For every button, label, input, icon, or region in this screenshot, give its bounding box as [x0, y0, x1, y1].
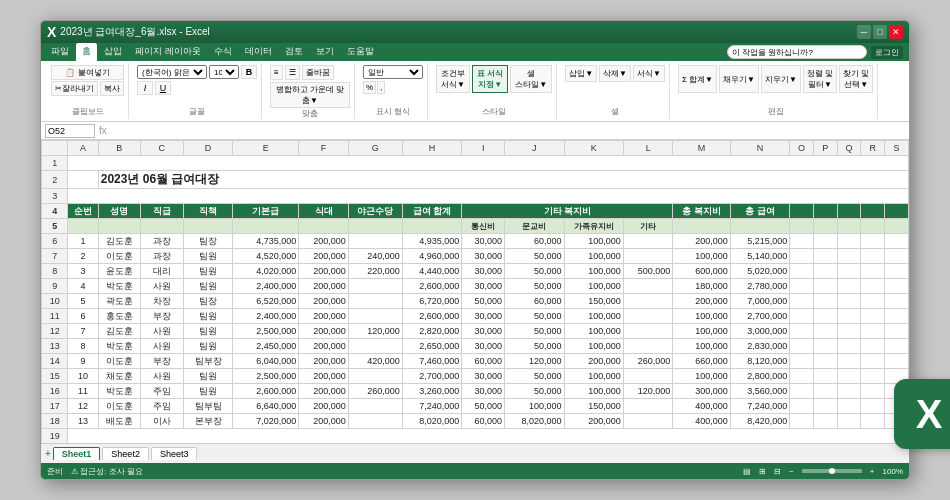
view-layout-icon[interactable]: ⊞ — [759, 467, 766, 476]
col-j: J — [505, 141, 564, 156]
number-format-select[interactable]: 일반 — [363, 65, 423, 79]
col-header-meal: 식대 — [299, 204, 349, 219]
zoom-in-button[interactable]: + — [870, 467, 875, 476]
col-header-welfare-sub: 기타 복지비 — [462, 204, 673, 219]
tab-home[interactable]: 홈 — [76, 43, 97, 61]
zoom-out-button[interactable]: − — [789, 467, 794, 476]
font-label: 글꼴 — [189, 106, 205, 117]
col-header-base: 기본급 — [233, 204, 299, 219]
empty-3[interactable] — [68, 189, 909, 204]
add-sheet-button[interactable]: + — [45, 448, 51, 459]
col-i: I — [462, 141, 505, 156]
sub-empty-15[interactable] — [885, 219, 909, 234]
sub-empty-6[interactable] — [299, 219, 349, 234]
sort-filter-button[interactable]: 정렬 및필터▼ — [803, 65, 837, 93]
font-family-select[interactable]: (한국어) 맑은 고딕 — [137, 65, 207, 79]
sub-empty-12[interactable] — [813, 219, 837, 234]
paste-button[interactable]: 📋 붙여넣기 — [51, 65, 124, 80]
percent-button[interactable]: % — [363, 81, 376, 94]
underline-button[interactable]: U — [155, 81, 171, 95]
col-header-total-pay: 급여 합계 — [402, 204, 461, 219]
sheet-tab-2[interactable]: Sheet2 — [102, 447, 149, 460]
sub-empty-3[interactable] — [140, 219, 183, 234]
sub-empty-1[interactable] — [68, 219, 98, 234]
name-box[interactable]: O52 — [45, 124, 95, 138]
close-button[interactable]: ✕ — [889, 25, 903, 39]
ribbon-group-clipboard: 📋 붙여넣기 ✂잘라내기 복사 클립보드 — [47, 63, 129, 119]
align-left-button[interactable]: ≡ — [270, 65, 283, 80]
cells-label: 셀 — [611, 106, 619, 117]
merge-button[interactable]: 병합하고 가운데 맞춤▼ — [270, 82, 350, 108]
table-row: 14 9 이도훈 부장 팀부장 6,040,000 200,000 420,00… — [42, 354, 909, 369]
tab-view[interactable]: 보기 — [310, 43, 340, 61]
format-button[interactable]: 서식▼ — [633, 65, 665, 82]
sub-empty-14[interactable] — [861, 219, 885, 234]
alignment-label: 맞춤 — [302, 108, 318, 119]
sub-empty-4[interactable] — [183, 219, 233, 234]
cut-button[interactable]: ✂잘라내기 — [51, 81, 98, 96]
formula-input[interactable] — [111, 126, 905, 136]
insert-button[interactable]: 삽입▼ — [565, 65, 597, 82]
sub-empty-13[interactable] — [837, 219, 861, 234]
tab-review[interactable]: 검토 — [279, 43, 309, 61]
wrap-text-button[interactable]: 줄바꿈 — [302, 65, 334, 80]
col-m: M — [673, 141, 730, 156]
sub-col-culture: 문교비 — [505, 219, 564, 234]
bold-button[interactable]: B — [241, 65, 257, 79]
find-button[interactable]: 찾기 및선택▼ — [839, 65, 873, 93]
empty-header-1[interactable] — [790, 204, 814, 219]
tab-page-layout[interactable]: 페이지 레이아웃 — [129, 43, 207, 61]
table-format-button[interactable]: 표 서식지정▼ — [472, 65, 508, 93]
col-header-pos: 직책 — [183, 204, 233, 219]
clear-button[interactable]: 지우기▼ — [761, 65, 801, 93]
empty-1[interactable] — [68, 156, 909, 171]
sheet-tab-3[interactable]: Sheet3 — [151, 447, 198, 460]
empty-header-5[interactable] — [885, 204, 909, 219]
table-row: 6 1 김도훈 과장 팀장 4,735,000 200,000 4,935,00… — [42, 234, 909, 249]
cell-a2[interactable] — [68, 171, 98, 189]
italic-button[interactable]: I — [137, 81, 153, 95]
tab-file[interactable]: 파일 — [45, 43, 75, 61]
login-button[interactable]: 로그인 — [871, 46, 903, 59]
row-2: 2 2023년 06월 급여대장 — [42, 171, 909, 189]
copy-button[interactable]: 복사 — [100, 81, 124, 96]
minimize-button[interactable]: ─ — [857, 25, 871, 39]
tab-help[interactable]: 도움말 — [341, 43, 380, 61]
empty-header-2[interactable] — [813, 204, 837, 219]
ribbon-tabs: 파일 홈 삽입 페이지 레이아웃 수식 데이터 검토 보기 도움말 로그인 — [41, 43, 909, 61]
tab-formula[interactable]: 수식 — [208, 43, 238, 61]
empty-header-3[interactable] — [837, 204, 861, 219]
fill-button[interactable]: 채우기▼ — [719, 65, 759, 93]
conditional-format-button[interactable]: 조건부서식▼ — [436, 65, 470, 93]
sub-empty-5[interactable] — [233, 219, 299, 234]
tab-insert[interactable]: 삽입 — [98, 43, 128, 61]
number-label: 표시 형식 — [376, 106, 410, 117]
empty-header-4[interactable] — [861, 204, 885, 219]
sub-empty-11[interactable] — [790, 219, 814, 234]
zoom-handle[interactable] — [829, 468, 835, 474]
delete-button[interactable]: 삭제▼ — [599, 65, 631, 82]
align-center-button[interactable]: ☰ — [285, 65, 300, 80]
sheet-tab-1[interactable]: Sheet1 — [53, 447, 101, 460]
table-row: 16 11 박도훈 주임 팀원 2,600,000 200,000 260,00… — [42, 384, 909, 399]
view-normal-icon[interactable]: ▤ — [743, 467, 751, 476]
excel-window: X 2023년 급여대장_6월.xlsx - Excel ─ □ ✕ 파일 홈 … — [40, 20, 910, 480]
col-h: H — [402, 141, 461, 156]
sub-empty-10[interactable] — [730, 219, 789, 234]
sheet-content[interactable]: A B C D E F G H I J K L M N O — [41, 140, 909, 443]
maximize-button[interactable]: □ — [873, 25, 887, 39]
view-page-icon[interactable]: ⊟ — [774, 467, 781, 476]
search-input[interactable] — [727, 45, 867, 59]
clipboard-label: 클립보드 — [72, 106, 104, 117]
comma-button[interactable]: , — [377, 81, 385, 94]
sub-empty-8[interactable] — [402, 219, 461, 234]
sub-empty-9[interactable] — [673, 219, 730, 234]
sub-empty-7[interactable] — [348, 219, 402, 234]
sub-empty-2[interactable] — [98, 219, 140, 234]
cell-styles-button[interactable]: 셀스타일▼ — [510, 65, 552, 93]
sum-button[interactable]: Σ 합계▼ — [678, 65, 717, 93]
styles-label: 스타일 — [482, 106, 506, 117]
ribbon-group-font: (한국어) 맑은 고딕 10 B I U 글꼴 — [133, 63, 262, 119]
font-size-select[interactable]: 10 — [209, 65, 239, 79]
tab-data[interactable]: 데이터 — [239, 43, 278, 61]
